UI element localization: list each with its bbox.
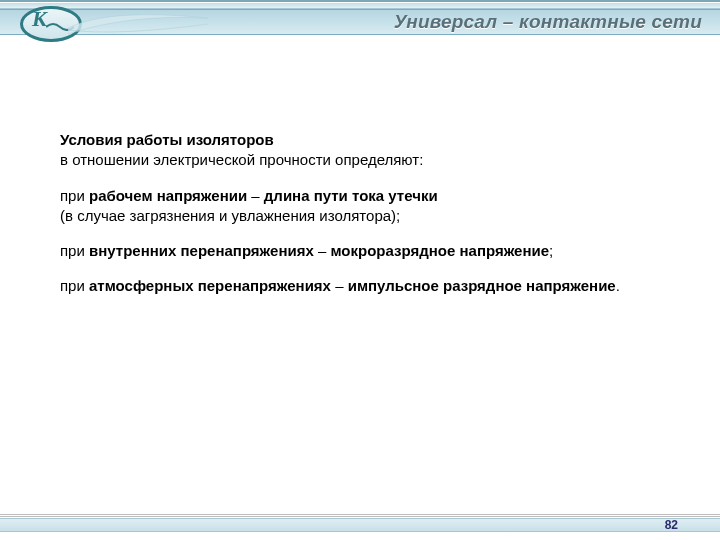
item-tail: ; [549,242,553,259]
list-item: при рабочем напряжении – длина пути тока… [60,186,665,227]
item-condition: внутренних перенапряжениях [89,242,314,259]
item-dash: – [247,187,264,204]
item-term: длина пути тока утечки [264,187,438,204]
intro-paragraph: Условия работы изоляторов в отношении эл… [60,130,665,171]
header-swoosh-icon [68,6,208,38]
item-dash: – [331,277,348,294]
slide: К Универсал – контактные сети Условия ра… [0,0,720,540]
item-prefix: при [60,277,89,294]
footer-bar [0,518,720,532]
item-term: импульсное разрядное напряжение [348,277,616,294]
item-tail: . [616,277,620,294]
item-dash: – [314,242,331,259]
item-suffix: (в случае загрязнения и увлажнения изоля… [60,207,400,224]
item-prefix: при [60,187,89,204]
list-item: при атмосферных перенапряжениях – импуль… [60,276,665,296]
footer-band: 82 [0,510,720,540]
item-term: мокроразрядное напряжение [330,242,549,259]
content-area: Условия работы изоляторов в отношении эл… [60,130,665,312]
header-title: Универсал – контактные сети [394,11,702,33]
header-band: К Универсал – контактные сети [0,0,720,44]
page-number: 82 [665,518,678,532]
header-accent-line [0,0,720,2]
intro-line-2: в отношении электрической прочности опре… [60,151,423,168]
list-item: при внутренних перенапряжениях – мокрора… [60,241,665,261]
intro-line-1: Условия работы изоляторов [60,131,274,148]
footer-rule [0,514,720,515]
footer-rule [0,516,720,517]
item-condition: рабочем напряжении [89,187,247,204]
logo-letter: К [32,8,47,30]
item-condition: атмосферных перенапряжениях [89,277,331,294]
item-prefix: при [60,242,89,259]
